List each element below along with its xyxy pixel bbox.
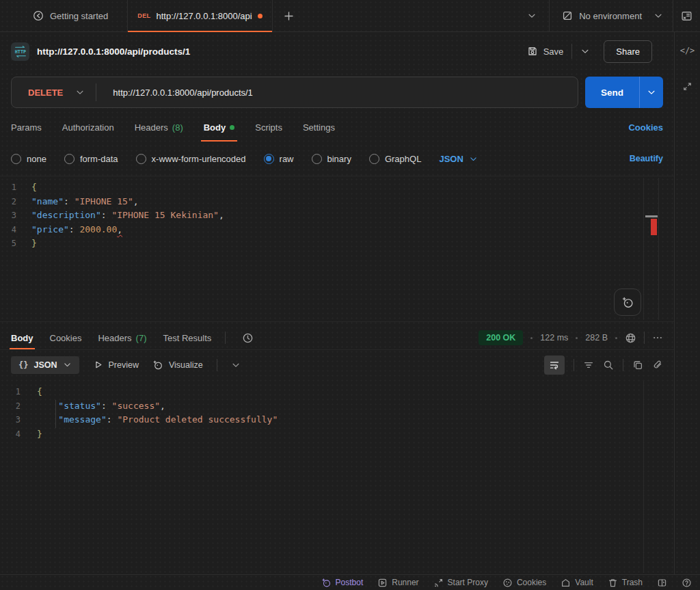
copy-icon — [632, 360, 643, 371]
tab-params[interactable]: Params — [11, 113, 42, 142]
wrap-text-button[interactable] — [544, 356, 565, 375]
send-options-button[interactable] — [640, 88, 663, 97]
mode-none[interactable]: none — [11, 154, 46, 164]
response-tabs: Body Cookies Headers (7) Test Results 20… — [0, 326, 674, 350]
response-size: 282 B — [585, 333, 608, 343]
visualize-button[interactable]: Visualize — [152, 360, 203, 371]
code-token: "success" — [112, 401, 160, 411]
http-request-icon: HTTP — [11, 42, 29, 61]
environment-selector[interactable]: No environment — [550, 10, 673, 21]
code-icon: </> — [680, 46, 695, 55]
postbot-button[interactable] — [614, 289, 641, 316]
request-body-editor[interactable]: 1{2"name": "IPHONE 15",3"description": "… — [0, 176, 674, 322]
code-snippet-button[interactable]: </> — [680, 46, 695, 55]
tab-response-cookies[interactable]: Cookies — [50, 326, 82, 349]
tab-getting-started[interactable]: Getting started — [21, 0, 120, 31]
filter-button[interactable] — [583, 360, 594, 371]
divider — [574, 359, 574, 371]
statusbar-cookies[interactable]: Cookies — [502, 578, 546, 588]
tab-body[interactable]: Body — [204, 113, 235, 142]
search-icon — [603, 360, 614, 371]
visualize-options-button[interactable] — [231, 360, 241, 370]
statusbar-postbot[interactable]: Postbot — [321, 578, 364, 588]
radio-icon — [64, 154, 75, 164]
save-options-button[interactable] — [576, 44, 594, 59]
response-panel: Body Cookies Headers (7) Test Results 20… — [0, 326, 674, 574]
tab-response-body[interactable]: Body — [11, 326, 33, 349]
response-options-button[interactable] — [652, 332, 663, 343]
tab-test-results[interactable]: Test Results — [163, 326, 212, 349]
error-marker — [651, 219, 657, 235]
statusbar-runner[interactable]: Runner — [377, 578, 418, 588]
code-line: 4} — [0, 427, 674, 442]
globe-icon — [625, 332, 636, 344]
response-body-viewer[interactable]: 1{2 "status": "success",3 "message": "Pr… — [0, 379, 674, 574]
play-outline-icon — [93, 360, 103, 370]
divider — [225, 332, 226, 344]
code-token: "IPHONE 15" — [75, 196, 133, 206]
tab-headers[interactable]: Headers (8) — [135, 113, 183, 142]
link-button[interactable] — [652, 360, 663, 371]
beautify-link[interactable]: Beautify — [630, 154, 663, 163]
code-token: : — [101, 401, 112, 411]
expand-panel-button[interactable] — [682, 81, 692, 92]
statusbar-trash[interactable]: Trash — [608, 578, 643, 588]
response-tools — [544, 356, 663, 375]
url-input[interactable]: http://127.0.0.1:8000/api/products/1 — [113, 88, 253, 98]
editor-scroll-track[interactable] — [643, 178, 644, 320]
copy-button[interactable] — [632, 360, 643, 371]
search-button[interactable] — [603, 360, 614, 371]
save-icon — [527, 46, 538, 57]
save-button[interactable]: Save — [527, 46, 564, 57]
environment-quick-look-button[interactable] — [673, 10, 700, 22]
divider — [644, 332, 645, 344]
code-token: : — [69, 224, 80, 234]
code-token: { — [37, 386, 42, 397]
statusbar-start-proxy[interactable]: Start Proxy — [433, 578, 488, 588]
tab-scripts[interactable]: Scripts — [255, 113, 282, 142]
indent-guide — [55, 400, 56, 428]
new-tab-button[interactable] — [281, 8, 297, 24]
editor-scroll-track[interactable] — [643, 381, 644, 573]
statusbar-vault[interactable]: Vault — [561, 578, 593, 588]
tab-list-button[interactable] — [515, 11, 549, 21]
code-token: "description" — [31, 210, 101, 220]
mode-form-data[interactable]: form-data — [64, 154, 118, 164]
tab-settings[interactable]: Settings — [303, 113, 335, 142]
chevron-down-icon — [75, 88, 85, 97]
mode-graphql[interactable]: GraphQL — [369, 154, 421, 164]
paperclip-icon — [652, 360, 663, 371]
tab-active-request[interactable]: DEL http://127.0.0.1:8000/api — [127, 0, 272, 31]
send-button[interactable]: Send — [585, 77, 663, 108]
tab-authorization[interactable]: Authorization — [62, 113, 114, 142]
network-info-button[interactable] — [625, 332, 636, 344]
code-token: "message" — [58, 414, 106, 425]
proxy-icon — [433, 578, 444, 588]
history-clock-icon — [242, 332, 254, 344]
mode-raw[interactable]: raw — [264, 154, 294, 164]
chevron-down-icon — [647, 88, 656, 97]
response-format-selector[interactable]: {} JSON — [11, 356, 79, 374]
divider — [571, 44, 572, 59]
help-icon — [682, 578, 692, 588]
help-button[interactable] — [682, 578, 692, 588]
postman-app: Getting started DEL http://127.0.0.1:800… — [0, 0, 700, 590]
body-set-dot — [230, 125, 234, 130]
divider — [623, 359, 623, 371]
svg-text:HTTP: HTTP — [14, 49, 25, 54]
headers-count: (8) — [172, 122, 183, 133]
preview-button[interactable]: Preview — [93, 360, 139, 370]
two-pane-view-button[interactable] — [657, 578, 667, 588]
mode-binary[interactable]: binary — [312, 154, 351, 164]
status-badge[interactable]: 200 OK — [479, 330, 523, 345]
language-selector[interactable]: JSON — [439, 154, 477, 164]
tab-label: Getting started — [50, 11, 108, 21]
code-line: 1{ — [0, 385, 674, 399]
response-history-button[interactable] — [242, 332, 254, 344]
runner-icon — [377, 578, 388, 588]
tab-response-headers[interactable]: Headers (7) — [98, 326, 146, 349]
method-selector[interactable]: DELETE — [12, 88, 96, 98]
share-button[interactable]: Share — [604, 40, 652, 63]
cookies-link[interactable]: Cookies — [628, 122, 663, 133]
mode-x-www-form-urlencoded[interactable]: x-www-form-urlencoded — [136, 154, 246, 164]
